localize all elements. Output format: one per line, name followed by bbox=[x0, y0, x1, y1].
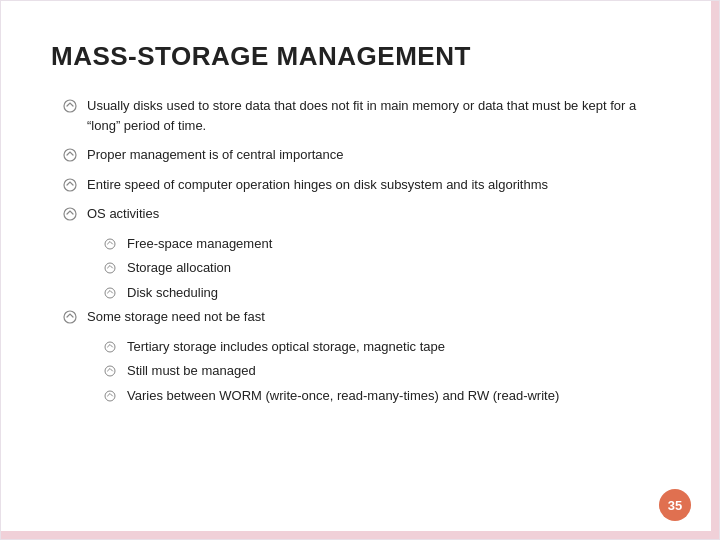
bullet-icon-l2-4a bbox=[101, 235, 119, 253]
svg-point-8 bbox=[105, 342, 115, 352]
svg-point-7 bbox=[64, 311, 76, 323]
slide: MASS-STORAGE MANAGEMENT Usually disks us… bbox=[0, 0, 720, 540]
bullet-5: Some storage need not be fast bbox=[51, 307, 669, 327]
bullet-5b-text: Still must be managed bbox=[127, 361, 669, 381]
bullet-5c: Varies between WORM (write-once, read-ma… bbox=[51, 386, 669, 406]
bullet-2: Proper management is of central importan… bbox=[51, 145, 669, 165]
bullet-5-text: Some storage need not be fast bbox=[87, 307, 669, 327]
svg-point-9 bbox=[105, 366, 115, 376]
bullet-icon-l2-4b bbox=[101, 259, 119, 277]
bullet-icon-l1-2 bbox=[61, 146, 79, 164]
bullet-2-text: Proper management is of central importan… bbox=[87, 145, 669, 165]
svg-point-1 bbox=[64, 149, 76, 161]
svg-point-3 bbox=[64, 208, 76, 220]
bullet-icon-l2-5b bbox=[101, 362, 119, 380]
bullet-icon-l2-5a bbox=[101, 338, 119, 356]
bullet-4a-text: Free-space management bbox=[127, 234, 669, 254]
bullet-icon-l1-4 bbox=[61, 205, 79, 223]
svg-point-10 bbox=[105, 391, 115, 401]
bullet-1-text: Usually disks used to store data that do… bbox=[87, 96, 669, 135]
bullet-4-text: OS activities bbox=[87, 204, 669, 224]
svg-point-2 bbox=[64, 179, 76, 191]
bullet-5b: Still must be managed bbox=[51, 361, 669, 381]
bullet-icon-l2-4c bbox=[101, 284, 119, 302]
bullet-1: Usually disks used to store data that do… bbox=[51, 96, 669, 135]
bullet-4: OS activities bbox=[51, 204, 669, 224]
svg-point-6 bbox=[105, 288, 115, 298]
bullet-4b-text: Storage allocation bbox=[127, 258, 669, 278]
svg-point-4 bbox=[105, 239, 115, 249]
bullet-icon-l1-5 bbox=[61, 308, 79, 326]
bullet-3-text: Entire speed of computer operation hinge… bbox=[87, 175, 669, 195]
bullet-3: Entire speed of computer operation hinge… bbox=[51, 175, 669, 195]
svg-point-0 bbox=[64, 100, 76, 112]
bullet-4c-text: Disk scheduling bbox=[127, 283, 669, 303]
bullet-4b: Storage allocation bbox=[51, 258, 669, 278]
svg-point-5 bbox=[105, 263, 115, 273]
bullet-icon-l2-5c bbox=[101, 387, 119, 405]
page-number: 35 bbox=[659, 489, 691, 521]
slide-title: MASS-STORAGE MANAGEMENT bbox=[51, 41, 669, 72]
bullet-4a: Free-space management bbox=[51, 234, 669, 254]
slide-content: Usually disks used to store data that do… bbox=[51, 96, 669, 405]
bullet-icon-l1-1 bbox=[61, 97, 79, 115]
bullet-4c: Disk scheduling bbox=[51, 283, 669, 303]
bullet-5c-text: Varies between WORM (write-once, read-ma… bbox=[127, 386, 669, 406]
bullet-5a: Tertiary storage includes optical storag… bbox=[51, 337, 669, 357]
bullet-icon-l1-3 bbox=[61, 176, 79, 194]
bullet-5a-text: Tertiary storage includes optical storag… bbox=[127, 337, 669, 357]
